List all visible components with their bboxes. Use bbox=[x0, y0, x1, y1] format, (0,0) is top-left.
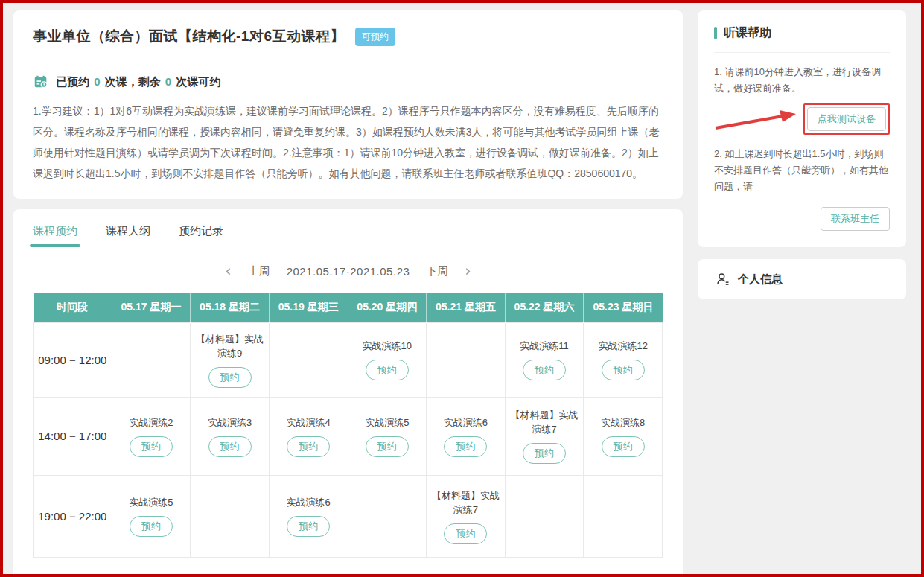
user-info-icon bbox=[716, 272, 730, 287]
course-name: 【材料题】实战演练9 bbox=[194, 332, 266, 360]
tab-course-booking[interactable]: 课程预约 bbox=[33, 224, 77, 247]
reserve-button[interactable]: 预约 bbox=[208, 436, 252, 457]
title-accent-bar bbox=[714, 27, 717, 39]
schedule-cell bbox=[505, 475, 584, 557]
schedule-cell: 实战演练3预约 bbox=[191, 397, 270, 475]
booking-stats: 已预约 0 次课，剩余 0 次课可约 bbox=[33, 74, 663, 90]
reserve-button[interactable]: 预约 bbox=[523, 443, 566, 464]
schedule-cell bbox=[112, 322, 191, 397]
schedule-cell: 实战演练12预约 bbox=[584, 322, 663, 397]
booked-count: 0 bbox=[92, 75, 101, 88]
schedule-cell bbox=[427, 322, 506, 397]
help-card-title: 听课帮助 bbox=[724, 25, 771, 41]
schedule-table: 时间段05.17 星期一05.18 星期二05.19 星期三05.20 星期四0… bbox=[33, 293, 663, 558]
reserve-button[interactable]: 预约 bbox=[602, 436, 645, 457]
reserve-button[interactable]: 预约 bbox=[444, 523, 487, 544]
schedule-cell: 【材料题】实战演练9预约 bbox=[191, 322, 270, 397]
column-header: 05.17 星期一 bbox=[112, 293, 191, 322]
schedule-cell: 【材料题】实战演练7预约 bbox=[505, 397, 584, 475]
course-name: 实战演练6 bbox=[430, 415, 502, 430]
schedule-cell: 实战演练6预约 bbox=[427, 397, 506, 475]
course-name: 实战演练12 bbox=[587, 339, 659, 353]
test-device-button[interactable]: 点我测试设备 bbox=[807, 107, 886, 131]
course-name: 【材料题】实战演练7 bbox=[509, 408, 581, 436]
chevron-right-icon[interactable]: › bbox=[465, 264, 471, 279]
course-description: 1.学习建议：1）1对6互动课程为实战演练课，建议课前学习面试理论课程。2）课程… bbox=[33, 101, 663, 184]
test-device-row: 点我测试设备 bbox=[714, 103, 890, 135]
course-info-card: 事业单位（综合）面试【结构化-1对6互动课程】 可预约 bbox=[13, 10, 683, 199]
schedule-row: 19:00 − 22:00实战演练5预约实战演练6预约【材料题】实战演练7预约 bbox=[34, 475, 663, 557]
tab-booking-records[interactable]: 预约记录 bbox=[179, 224, 223, 247]
schedule-header-row: 时间段05.17 星期一05.18 星期二05.19 星期三05.20 星期四0… bbox=[34, 293, 663, 322]
schedule-cell: 实战演练5预约 bbox=[348, 397, 427, 475]
reserve-button[interactable]: 预约 bbox=[366, 360, 409, 380]
reserve-button[interactable]: 预约 bbox=[366, 436, 409, 457]
schedule-cell: 【材料题】实战演练7预约 bbox=[427, 475, 506, 557]
course-title: 事业单位（综合）面试【结构化-1对6互动课程】 bbox=[33, 27, 345, 46]
time-slot: 14:00 − 17:00 bbox=[34, 397, 112, 475]
course-name: 实战演练11 bbox=[509, 339, 581, 353]
week-navigator: ‹ 上周 2021.05.17-2021.05.23 下周 › bbox=[33, 264, 663, 279]
next-week-button[interactable]: 下周 bbox=[426, 264, 448, 278]
course-name: 实战演练4 bbox=[273, 415, 345, 430]
schedule-cell: 实战演练10预约 bbox=[348, 322, 427, 397]
reserve-button[interactable]: 预约 bbox=[208, 367, 252, 388]
reserve-button[interactable]: 预约 bbox=[130, 516, 173, 537]
column-header: 时间段 bbox=[34, 293, 112, 322]
main-column: 事业单位（综合）面试【结构化-1对6互动课程】 可预约 bbox=[13, 10, 683, 567]
personal-info-title: 个人信息 bbox=[738, 272, 783, 287]
column-header: 05.21 星期五 bbox=[427, 293, 506, 322]
bookable-badge: 可预约 bbox=[355, 28, 395, 46]
schedule-cell: 实战演练5预约 bbox=[112, 475, 191, 557]
remaining-count: 0 bbox=[164, 75, 173, 88]
schedule-card: 课程预约 课程大纲 预约记录 ‹ 上周 2021.05.17-2021.05.2… bbox=[13, 209, 683, 577]
column-header: 05.19 星期三 bbox=[269, 293, 348, 322]
week-range: 2021.05.17-2021.05.23 bbox=[287, 265, 410, 278]
course-name: 实战演练5 bbox=[115, 495, 188, 509]
help-title-row: 听课帮助 bbox=[714, 25, 890, 53]
red-arrow-annotation bbox=[714, 108, 797, 133]
red-highlight-box: 点我测试设备 bbox=[803, 103, 890, 135]
chevron-left-icon[interactable]: ‹ bbox=[225, 264, 231, 279]
time-slot: 19:00 − 22:00 bbox=[34, 475, 112, 557]
reserve-button[interactable]: 预约 bbox=[523, 360, 566, 380]
schedule-cell bbox=[348, 475, 427, 557]
schedule-cell bbox=[191, 475, 270, 557]
course-title-row: 事业单位（综合）面试【结构化-1对6互动课程】 可预约 bbox=[33, 27, 663, 60]
calendar-clock-icon bbox=[33, 74, 49, 90]
time-slot: 09:00 − 12:00 bbox=[34, 322, 112, 397]
course-name: 实战演练5 bbox=[351, 415, 424, 430]
help-item-1: 1. 请课前10分钟进入教室，进行设备调试，做好课前准备。 bbox=[714, 64, 890, 97]
schedule-cell: 实战演练2预约 bbox=[112, 397, 191, 475]
personal-info-card[interactable]: 个人信息 bbox=[698, 259, 906, 299]
prev-week-button[interactable]: 上周 bbox=[248, 264, 270, 278]
page-content: 事业单位（综合）面试【结构化-1对6互动课程】 可预约 bbox=[6, 6, 918, 571]
stats-text: 已预约 0 次课，剩余 0 次课可约 bbox=[56, 75, 220, 89]
schedule-row: 09:00 − 12:00【材料题】实战演练9预约实战演练10预约实战演练11预… bbox=[34, 322, 663, 397]
schedule-row: 14:00 − 17:00实战演练2预约实战演练3预约实战演练4预约实战演练5预… bbox=[34, 397, 663, 475]
reserve-button[interactable]: 预约 bbox=[130, 436, 173, 457]
column-header: 05.18 星期二 bbox=[191, 293, 270, 322]
tab-course-outline[interactable]: 课程大纲 bbox=[106, 224, 150, 247]
reserve-button[interactable]: 预约 bbox=[602, 360, 645, 380]
course-name: 实战演练10 bbox=[351, 339, 424, 353]
column-header: 05.22 星期六 bbox=[505, 293, 584, 322]
sidebar: 听课帮助 1. 请课前10分钟进入教室，进行设备调试，做好课前准备。 点我测试设… bbox=[698, 10, 906, 567]
column-header: 05.23 星期日 bbox=[584, 293, 663, 322]
schedule-cell: 实战演练11预约 bbox=[505, 322, 584, 397]
course-name: 实战演练6 bbox=[273, 495, 345, 509]
listening-help-card: 听课帮助 1. 请课前10分钟进入教室，进行设备调试，做好课前准备。 点我测试设… bbox=[698, 10, 906, 247]
contact-row: 联系班主任 bbox=[714, 207, 890, 231]
course-name: 实战演练8 bbox=[587, 415, 659, 430]
course-name: 实战演练3 bbox=[194, 415, 266, 430]
reserve-button[interactable]: 预约 bbox=[287, 516, 330, 537]
schedule-cell: 实战演练6预约 bbox=[269, 475, 348, 557]
contact-head-teacher-button[interactable]: 联系班主任 bbox=[821, 207, 890, 231]
reserve-button[interactable]: 预约 bbox=[444, 436, 487, 457]
schedule-cell bbox=[269, 322, 348, 397]
course-name: 实战演练2 bbox=[115, 415, 188, 430]
schedule-cell: 实战演练8预约 bbox=[584, 397, 663, 475]
reserve-button[interactable]: 预约 bbox=[287, 436, 330, 457]
schedule-cell bbox=[584, 475, 663, 557]
schedule-cell: 实战演练4预约 bbox=[269, 397, 348, 475]
